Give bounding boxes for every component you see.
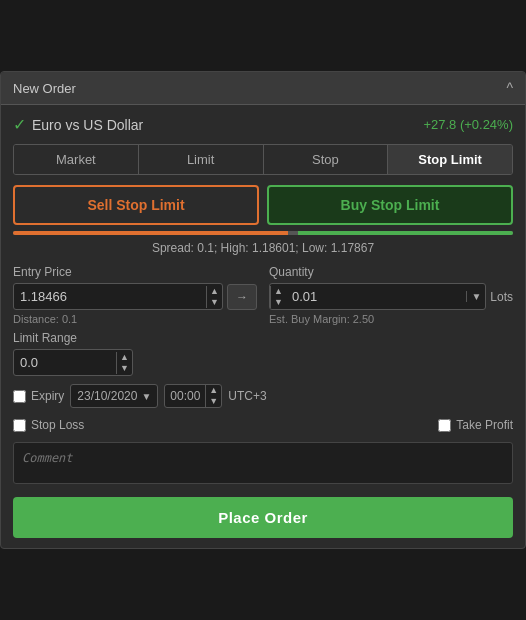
expiry-time-input[interactable] [165,385,205,407]
quantity-row: ▲ ▼ ▼ Lots [269,283,513,310]
expiry-date-select[interactable]: 23/10/2020 ▼ [70,384,158,408]
entry-price-down-btn[interactable]: ▼ [210,297,219,308]
take-profit-label[interactable]: Take Profit [438,418,513,432]
expiry-time-down-btn[interactable]: ▼ [209,396,218,407]
stop-loss-text: Stop Loss [31,418,84,432]
take-profit-text: Take Profit [456,418,513,432]
spread-bar-track [13,231,513,235]
quantity-up-btn[interactable]: ▲ [274,286,283,297]
quantity-input[interactable] [286,284,466,309]
comment-textarea[interactable] [13,442,513,484]
new-order-window: New Order ^ ✓ Euro vs US Dollar +27.8 (+… [0,71,526,549]
main-content: ✓ Euro vs US Dollar +27.8 (+0.24%) Marke… [1,105,525,548]
tab-stop-limit[interactable]: Stop Limit [388,145,512,174]
limit-range-input[interactable] [14,350,116,375]
expiry-checkbox[interactable] [13,390,26,403]
entry-price-input[interactable] [14,284,206,309]
quantity-group: Quantity ▲ ▼ ▼ Lots Est. Buy Margin: 2.5… [269,265,513,325]
limit-range-label: Limit Range [13,331,513,345]
order-type-tabs: Market Limit Stop Stop Limit [13,144,513,175]
distance-text: Distance: 0.1 [13,313,257,325]
est-margin: Est. Buy Margin: 2.50 [269,313,513,325]
entry-price-label: Entry Price [13,265,257,279]
limit-range-up-btn[interactable]: ▲ [120,352,129,363]
stop-loss-label[interactable]: Stop Loss [13,418,84,432]
entry-price-up-btn[interactable]: ▲ [210,286,219,297]
entry-price-group: Entry Price ▲ ▼ → Distance: 0.1 [13,265,257,325]
limit-range-section: Limit Range ▲ ▼ [13,331,513,376]
entry-price-input-row: ▲ ▼ → [13,283,257,310]
expiry-time-up-btn[interactable]: ▲ [209,385,218,396]
stop-profit-row: Stop Loss Take Profit [13,418,513,432]
collapse-chevron-icon[interactable]: ^ [506,80,513,96]
expiry-dropdown-icon: ▼ [141,391,151,402]
place-order-button[interactable]: Place Order [13,497,513,538]
expiry-time-spinners: ▲ ▼ [205,385,221,407]
tab-limit[interactable]: Limit [139,145,264,174]
expiry-checkbox-label[interactable]: Expiry [13,389,64,403]
entry-price-spinners: ▲ ▼ [206,286,222,308]
spread-bar-container [13,231,513,235]
check-icon: ✓ [13,115,26,134]
timezone-label: UTC+3 [228,389,266,403]
tab-stop[interactable]: Stop [264,145,389,174]
instrument-row: ✓ Euro vs US Dollar +27.8 (+0.24%) [13,115,513,134]
limit-range-down-btn[interactable]: ▼ [120,363,129,374]
entry-quantity-row: Entry Price ▲ ▼ → Distance: 0.1 Quantity [13,265,513,325]
spread-bar-sell [13,231,288,235]
quantity-label: Quantity [269,265,513,279]
quantity-input-wrap: ▲ ▼ ▼ [269,283,486,310]
stop-loss-checkbox[interactable] [13,419,26,432]
limit-range-input-wrap: ▲ ▼ [13,349,133,376]
side-buttons: Sell Stop Limit Buy Stop Limit [13,185,513,225]
spread-info: Spread: 0.1; High: 1.18601; Low: 1.17867 [13,241,513,255]
sell-stop-limit-button[interactable]: Sell Stop Limit [13,185,259,225]
tab-market[interactable]: Market [14,145,139,174]
expiry-row: Expiry 23/10/2020 ▼ ▲ ▼ UTC+3 [13,384,513,408]
instrument-change: +27.8 (+0.24%) [423,117,513,132]
expiry-time-wrap: ▲ ▼ [164,384,222,408]
lots-label: Lots [490,290,513,304]
limit-range-spinners: ▲ ▼ [116,352,132,374]
instrument-name: Euro vs US Dollar [32,117,143,133]
entry-price-arrow-button[interactable]: → [227,284,257,310]
quantity-down-btn[interactable]: ▼ [274,297,283,308]
expiry-date-value: 23/10/2020 [77,389,137,403]
title-bar: New Order ^ [1,72,525,105]
spread-bar-buy [298,231,513,235]
quantity-spinners-left: ▲ ▼ [270,286,286,308]
take-profit-checkbox[interactable] [438,419,451,432]
quantity-dropdown[interactable]: ▼ [466,291,485,302]
window-title: New Order [13,81,76,96]
instrument-name-group: ✓ Euro vs US Dollar [13,115,143,134]
expiry-label-text: Expiry [31,389,64,403]
entry-price-input-wrap: ▲ ▼ [13,283,223,310]
buy-stop-limit-button[interactable]: Buy Stop Limit [267,185,513,225]
